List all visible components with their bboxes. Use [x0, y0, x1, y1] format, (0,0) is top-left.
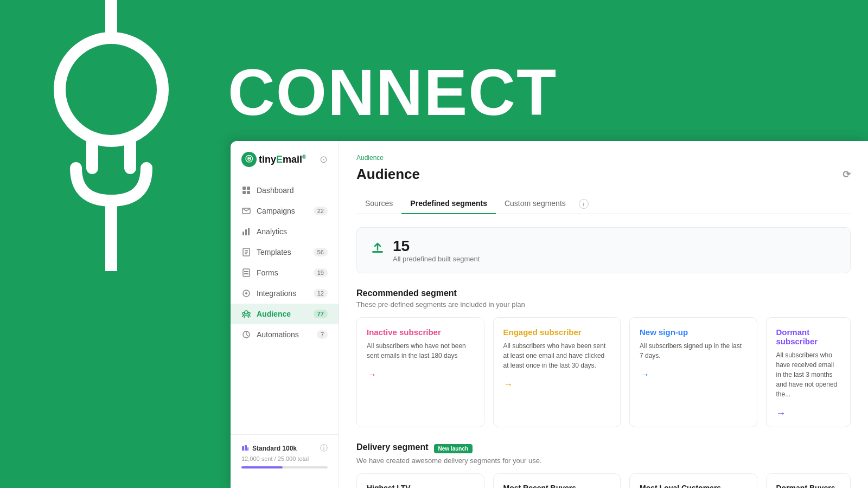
dashboard-label: Dashboard: [257, 186, 294, 195]
plan-section: Standard 100k ⓘ 12,000 sent / 25,000 tot…: [231, 434, 339, 477]
templates-badge: 56: [314, 248, 328, 256]
card-dormant-desc: All subscribers who have received email …: [776, 350, 841, 399]
recommended-cards: Inactive subscriber All subscribers who …: [356, 317, 851, 427]
forms-icon: [241, 268, 251, 278]
tab-info-icon[interactable]: i: [579, 199, 589, 209]
campaigns-icon: [241, 206, 251, 216]
delivery-title: Delivery segment: [356, 442, 429, 452]
svg-rect-26: [242, 446, 244, 451]
plan-bar-fill: [241, 466, 283, 468]
sidebar-item-audience[interactable]: Audience 77: [231, 304, 339, 324]
svg-rect-11: [245, 229, 247, 235]
campaigns-badge: 22: [314, 207, 328, 215]
sidebar-item-analytics[interactable]: Analytics: [231, 221, 339, 242]
audience-icon: [241, 309, 251, 319]
sidebar-item-integrations[interactable]: Integrations 12: [231, 283, 339, 304]
sidebar-logo: ⓔ tinyEmail® ⊙: [231, 152, 339, 180]
card-inactive-arrow[interactable]: →: [367, 369, 474, 381]
campaigns-label: Campaigns: [257, 207, 295, 215]
plan-usage: 12,000 sent / 25,000 total: [241, 455, 328, 462]
svg-rect-5: [242, 187, 246, 190]
recommended-title: Recommended segment: [356, 288, 851, 298]
svg-rect-12: [248, 228, 250, 235]
svg-point-0: [60, 38, 163, 141]
integrations-label: Integrations: [257, 289, 296, 298]
sidebar: ⓔ tinyEmail® ⊙ Dashboard: [231, 141, 339, 488]
svg-rect-7: [242, 191, 246, 194]
card-new-signup-arrow[interactable]: →: [640, 369, 747, 381]
stats-label: All predefined built segment: [393, 255, 480, 263]
card-inactive-title: Inactive subscriber: [367, 328, 474, 337]
plug-icon: [43, 0, 179, 271]
delivery-ltv-title: Highest LTV: [367, 484, 474, 488]
sidebar-item-templates[interactable]: Templates 56: [231, 242, 339, 262]
card-new-signup-title: New sign-up: [640, 328, 747, 337]
main-content: Audience Audience ⟳ Sources Predefined s…: [339, 141, 868, 488]
sidebar-item-dashboard[interactable]: Dashboard: [231, 180, 339, 201]
svg-point-21: [245, 292, 247, 294]
app-window: ⓔ tinyEmail® ⊙ Dashboard: [231, 141, 868, 488]
delivery-recent-title: Most Recent Buyers: [503, 484, 611, 488]
svg-point-22: [245, 311, 248, 314]
integrations-badge: 12: [314, 289, 328, 298]
hero-title: CONNECT: [228, 60, 557, 125]
svg-rect-17: [243, 269, 250, 277]
tab-predefined[interactable]: Predefined segments: [401, 194, 496, 214]
card-dormant-title: Dormant subscriber: [776, 328, 841, 346]
refresh-icon[interactable]: ⟳: [843, 169, 851, 181]
audience-label: Audience: [257, 310, 291, 318]
delivery-card-ltv[interactable]: Highest LTV Customers with the highest l…: [356, 473, 484, 488]
card-engaged-arrow[interactable]: →: [503, 379, 611, 390]
logo-symbol: ⓔ: [241, 152, 257, 167]
card-engaged[interactable]: Engaged subscriber All subscribers who h…: [493, 317, 621, 427]
plan-name: Standard 100k: [252, 445, 297, 452]
card-dormant[interactable]: Dormant subscriber All subscribers who h…: [766, 317, 851, 427]
card-new-signup-desc: All subscribers signed up in the last 7 …: [640, 341, 747, 361]
sidebar-item-campaigns[interactable]: Campaigns 22: [231, 201, 339, 221]
tab-custom[interactable]: Custom segments: [496, 194, 575, 214]
sidebar-item-automations[interactable]: Automations 7: [231, 324, 339, 345]
card-new-signup[interactable]: New sign-up All subscribers signed up in…: [629, 317, 757, 427]
delivery-cards: Highest LTV Customers with the highest l…: [356, 473, 851, 488]
settings-icon[interactable]: ⊙: [320, 153, 328, 165]
audience-badge: 77: [314, 310, 328, 318]
automations-badge: 7: [317, 330, 328, 339]
svg-rect-27: [245, 445, 247, 451]
analytics-icon: [241, 227, 251, 236]
svg-rect-18: [244, 271, 248, 272]
card-inactive[interactable]: Inactive subscriber All subscribers who …: [356, 317, 484, 427]
plan-progress-bar: [241, 466, 328, 468]
delivery-subtitle: We have created awesome delivery segment…: [356, 457, 851, 465]
svg-rect-6: [247, 187, 250, 190]
templates-label: Templates: [257, 248, 291, 256]
new-launch-badge: New launch: [434, 444, 473, 453]
plan-icon: [241, 445, 249, 452]
analytics-label: Analytics: [257, 227, 287, 236]
sidebar-item-forms[interactable]: Forms 19: [231, 262, 339, 283]
plan-info-icon[interactable]: ⓘ: [320, 444, 328, 453]
card-engaged-desc: All subscribers who have been sent at le…: [503, 341, 611, 370]
tabs: Sources Predefined segments Custom segme…: [356, 194, 851, 214]
svg-rect-19: [244, 273, 248, 274]
svg-rect-28: [247, 447, 248, 451]
card-inactive-desc: All subscribers who have not been sent e…: [367, 341, 474, 361]
tab-sources[interactable]: Sources: [356, 194, 401, 214]
card-engaged-title: Engaged subscriber: [503, 328, 611, 337]
page-title: Audience: [356, 166, 420, 183]
integrations-icon: [241, 288, 251, 298]
breadcrumb: Audience: [356, 154, 851, 162]
delivery-card-loyal[interactable]: Most Loyal Customers Customers who purch…: [629, 473, 757, 488]
svg-rect-29: [372, 251, 383, 253]
page-title-row: Audience ⟳: [356, 166, 851, 183]
dashboard-icon: [241, 185, 251, 195]
delivery-header: Delivery segment New launch: [356, 442, 851, 454]
delivery-card-dormant-buyers[interactable]: Dormant Buyers purchased before but no r…: [766, 473, 851, 488]
recommended-subtitle: These pre-defined segments are included …: [356, 300, 851, 309]
automations-label: Automations: [257, 330, 299, 339]
svg-point-23: [242, 312, 245, 314]
logo: ⓔ tinyEmail®: [241, 152, 306, 167]
svg-rect-10: [242, 232, 244, 235]
card-dormant-arrow[interactable]: →: [776, 408, 841, 419]
svg-point-24: [248, 312, 250, 314]
delivery-card-recent-buyers[interactable]: Most Recent Buyers Customers who have pu…: [493, 473, 621, 488]
